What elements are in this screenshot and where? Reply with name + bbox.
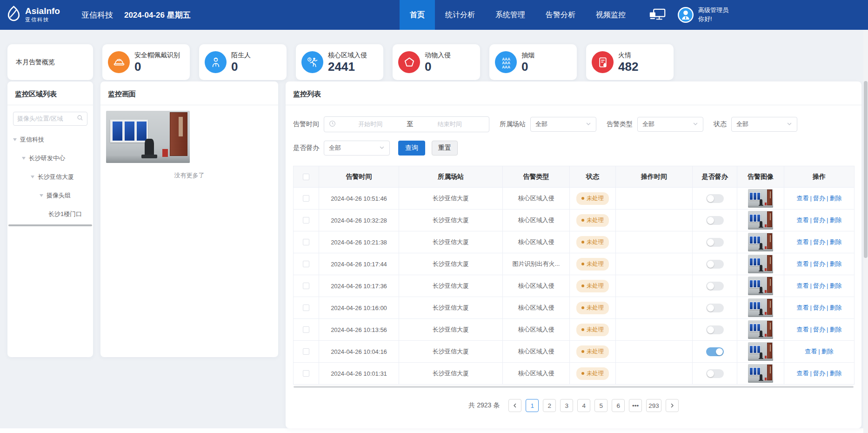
- page-button-4[interactable]: 4: [577, 399, 590, 412]
- station-select[interactable]: 全部: [530, 117, 596, 132]
- action-link-1[interactable]: 删除: [821, 348, 834, 355]
- status-select[interactable]: 全部: [731, 117, 797, 132]
- action-link-1[interactable]: 督办: [813, 238, 825, 245]
- supervise-toggle[interactable]: [706, 347, 724, 356]
- tree-horizontal-scrollbar[interactable]: [8, 224, 92, 226]
- alarm-image-thumbnail[interactable]: [748, 233, 773, 251]
- stat-card-value: 482: [618, 60, 638, 74]
- alarm-image-thumbnail[interactable]: [748, 189, 773, 208]
- action-link-2[interactable]: 删除: [829, 216, 841, 223]
- action-link-0[interactable]: 查看: [797, 216, 809, 223]
- action-link-0[interactable]: 查看: [797, 282, 809, 289]
- action-link-0[interactable]: 查看: [805, 348, 817, 355]
- stat-card-texts: 安全帽佩戴识别0: [134, 51, 180, 74]
- nav-item-2[interactable]: 系统管理: [485, 0, 535, 30]
- caret-down-icon[interactable]: [40, 194, 43, 197]
- action-link-1[interactable]: 督办: [813, 282, 825, 289]
- page-scrollbar-thumb[interactable]: [864, 81, 868, 258]
- supervise-toggle[interactable]: [706, 325, 724, 334]
- row-checkbox[interactable]: [303, 348, 309, 355]
- page-button-5[interactable]: 5: [594, 399, 608, 412]
- action-link-0[interactable]: 查看: [797, 238, 809, 245]
- camera-thumbnail[interactable]: [106, 111, 190, 163]
- table-horizontal-scrollbar[interactable]: [294, 386, 854, 388]
- supervise-toggle[interactable]: [706, 238, 724, 247]
- tree-node-4[interactable]: 长沙1楼门口: [7, 205, 93, 223]
- caret-down-icon[interactable]: [31, 176, 34, 178]
- page-button-293[interactable]: 293: [646, 399, 661, 412]
- row-checkbox[interactable]: [303, 304, 309, 311]
- reset-button[interactable]: 重置: [432, 141, 458, 156]
- row-checkbox[interactable]: [303, 239, 309, 245]
- pagination-ellipsis[interactable]: •••: [629, 399, 642, 412]
- action-link-0[interactable]: 查看: [797, 304, 809, 311]
- alarm-image-thumbnail[interactable]: [748, 342, 773, 361]
- scene-part-poster: [750, 258, 753, 265]
- row-checkbox[interactable]: [303, 283, 309, 289]
- supervise-toggle[interactable]: [706, 216, 724, 225]
- nav-item-3[interactable]: 告警分析: [535, 0, 586, 30]
- action-link-2[interactable]: 删除: [829, 326, 841, 333]
- action-link-1[interactable]: 督办: [813, 326, 825, 333]
- row-checkbox[interactable]: [303, 217, 309, 223]
- action-link-0[interactable]: 查看: [797, 260, 809, 267]
- page-scrollbar[interactable]: [863, 30, 868, 433]
- supervise-toggle[interactable]: [706, 304, 724, 312]
- alarm-image-thumbnail[interactable]: [748, 277, 773, 295]
- scene-part-sc-redbox: [765, 356, 767, 359]
- page-button-6[interactable]: 6: [612, 399, 625, 412]
- action-link-2[interactable]: 删除: [829, 238, 841, 245]
- caret-down-icon[interactable]: [22, 157, 26, 160]
- next-page-button[interactable]: [666, 399, 679, 412]
- supervise-toggle[interactable]: [706, 282, 724, 291]
- region-search-input[interactable]: 摄像头/位置/区域: [13, 112, 87, 126]
- alarm-time-range-picker[interactable]: 开始时间 至 结束时间: [324, 116, 489, 132]
- row-checkbox[interactable]: [303, 195, 309, 202]
- query-button[interactable]: 查询: [398, 141, 425, 156]
- action-link-2[interactable]: 删除: [829, 195, 841, 202]
- alarm-image-thumbnail[interactable]: [748, 320, 773, 339]
- alarm-image-thumbnail[interactable]: [748, 364, 773, 383]
- select-all-checkbox[interactable]: [303, 174, 309, 180]
- alarm-image-thumbnail[interactable]: [748, 211, 773, 230]
- nav-item-0[interactable]: 首页: [400, 0, 435, 30]
- action-link-1[interactable]: 督办: [813, 216, 825, 223]
- caret-down-icon[interactable]: [13, 138, 17, 141]
- tree-node-3[interactable]: 摄像头组: [7, 186, 93, 205]
- brand[interactable]: AsiaInfo 亚信科技: [0, 6, 60, 25]
- row-checkbox[interactable]: [303, 370, 309, 377]
- tree-node-0[interactable]: 亚信科技: [7, 130, 93, 149]
- nav-item-1[interactable]: 统计分析: [435, 0, 485, 30]
- action-link-2[interactable]: 删除: [829, 370, 841, 377]
- stat-card-label: 动物入侵: [425, 51, 451, 60]
- supervise-select[interactable]: 全部: [324, 141, 390, 156]
- previous-page-button[interactable]: [508, 399, 521, 412]
- user-avatar[interactable]: [677, 7, 694, 23]
- monitor-screens-icon[interactable]: [649, 8, 666, 21]
- alarm-image-thumbnail[interactable]: [748, 298, 773, 317]
- row-checkbox[interactable]: [303, 261, 309, 267]
- supervise-toggle[interactable]: [706, 369, 724, 378]
- page-button-2[interactable]: 2: [543, 399, 556, 412]
- action-link-1[interactable]: 督办: [813, 370, 825, 377]
- action-link-0[interactable]: 查看: [797, 195, 809, 202]
- tree-node-2[interactable]: 长沙亚信大厦: [7, 168, 93, 186]
- action-link-2[interactable]: 删除: [829, 260, 841, 267]
- nav-item-4[interactable]: 视频监控: [586, 0, 636, 30]
- supervise-toggle[interactable]: [706, 194, 724, 203]
- action-link-0[interactable]: 查看: [797, 370, 809, 377]
- action-link-2[interactable]: 删除: [829, 304, 841, 311]
- action-link-1[interactable]: 督办: [813, 195, 825, 202]
- supervise-toggle[interactable]: [706, 260, 724, 269]
- row-checkbox[interactable]: [303, 326, 309, 333]
- action-link-2[interactable]: 删除: [829, 282, 841, 289]
- alarm-image-thumbnail[interactable]: [748, 255, 773, 273]
- action-link-1[interactable]: 督办: [813, 260, 825, 267]
- page-button-1[interactable]: 1: [526, 399, 539, 412]
- action-link-1[interactable]: 督办: [813, 304, 825, 311]
- status-badge: 未处理: [576, 345, 609, 358]
- page-button-3[interactable]: 3: [560, 399, 573, 412]
- tree-node-1[interactable]: 长沙研发中心: [7, 149, 93, 168]
- alarm-type-select[interactable]: 全部: [637, 117, 703, 132]
- action-link-0[interactable]: 查看: [797, 326, 809, 333]
